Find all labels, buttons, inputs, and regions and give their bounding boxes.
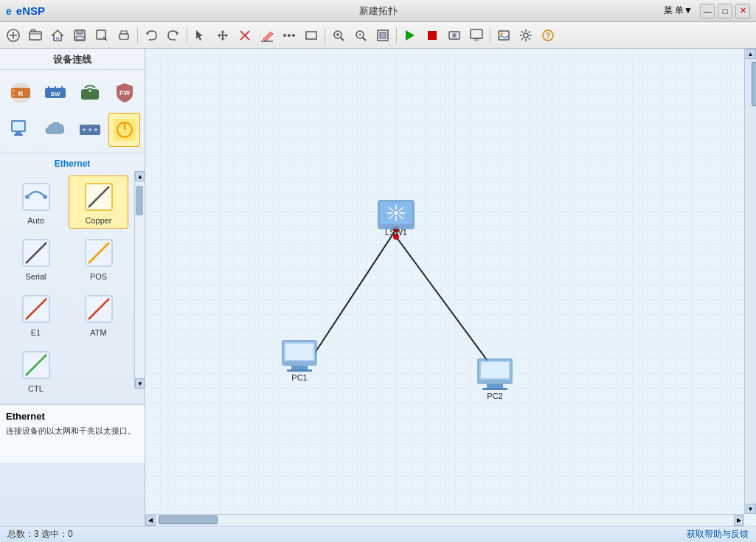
new-topo-button[interactable] — [3, 25, 24, 46]
cable-ctl-icon — [18, 347, 54, 383]
cable-ctl[interactable]: CTL — [6, 344, 66, 397]
svg-line-25 — [363, 38, 366, 41]
eraser-button[interactable] — [257, 25, 277, 46]
cable-e1[interactable]: E1 — [6, 288, 66, 341]
home-button[interactable] — [47, 25, 68, 46]
move-button[interactable] — [212, 25, 233, 46]
svg-rect-96 — [482, 388, 507, 390]
separator5 — [490, 27, 490, 44]
cable-copper-label: Copper — [85, 216, 111, 225]
left-panel: 设备连线 R — [0, 49, 145, 526]
svg-point-86 — [393, 210, 399, 216]
pc2-label: PC2 — [487, 392, 502, 400]
minimize-button[interactable]: — — [700, 4, 715, 18]
svg-rect-90 — [291, 366, 308, 369]
svg-text:R: R — [18, 90, 23, 97]
svg-point-44 — [12, 94, 15, 97]
cable-section: Ethernet — [0, 153, 145, 404]
fit-button[interactable] — [372, 25, 393, 46]
menu-item[interactable]: 菜 单▼ — [661, 3, 696, 18]
topo-map-button[interactable] — [466, 25, 487, 46]
svg-rect-91 — [287, 369, 312, 372]
cable-copper-icon — [81, 179, 117, 215]
zoom-in-button[interactable] — [328, 25, 349, 46]
device-security[interactable]: FW — [108, 76, 140, 110]
device-power-selected[interactable] — [108, 113, 140, 147]
separator4 — [396, 27, 397, 44]
cable-ctl-label: CTL — [28, 384, 44, 393]
canvas-area[interactable]: LSW1 PC1 PC2 — [145, 49, 756, 526]
line-dots-button[interactable] — [279, 25, 299, 46]
svg-point-43 — [12, 89, 15, 92]
svg-marker-28 — [406, 30, 415, 41]
cloud-icon — [42, 117, 69, 143]
svg-point-31 — [452, 33, 457, 38]
save-button[interactable] — [69, 25, 90, 46]
svg-point-65 — [25, 195, 30, 199]
device-wireless[interactable] — [74, 76, 105, 110]
svg-rect-27 — [380, 32, 386, 38]
app-logo: e — [6, 5, 12, 17]
separator3 — [325, 27, 325, 44]
cable-scroll-up[interactable]: ▲ — [135, 171, 145, 181]
canvas-scroll-vertical[interactable]: ▲ ▼ — [744, 49, 756, 514]
cable-auto-icon — [18, 179, 54, 215]
pc-icon — [7, 117, 34, 143]
play-button[interactable] — [400, 25, 420, 46]
svg-rect-89 — [285, 344, 313, 360]
ethernet-section-label: Ethernet — [0, 156, 145, 171]
scroll-h-thumb[interactable] — [159, 515, 218, 524]
undo-button[interactable] — [141, 25, 162, 46]
svg-point-37 — [524, 33, 528, 38]
stop-button[interactable] — [422, 25, 443, 46]
cable-serial[interactable]: Serial — [6, 232, 66, 285]
svg-rect-7 — [77, 30, 83, 34]
window-title: 新建拓扑 — [359, 4, 398, 18]
router-icon: R — [7, 80, 34, 106]
cable-copper[interactable]: Copper — [69, 176, 128, 229]
network-diagram[interactable]: LSW1 PC1 PC2 — [145, 49, 744, 514]
select-button[interactable] — [190, 25, 211, 46]
capture-button[interactable] — [444, 25, 465, 46]
svg-point-51 — [89, 90, 91, 92]
cable-scroll-down[interactable]: ▼ — [135, 378, 145, 389]
save-as-button[interactable] — [91, 25, 112, 46]
svg-rect-18 — [306, 32, 316, 39]
scroll-v-thumb[interactable] — [752, 62, 757, 106]
cable-atm[interactable]: ATM — [69, 288, 128, 341]
device-pc[interactable] — [4, 113, 36, 147]
rect-button[interactable] — [301, 25, 322, 46]
canvas-scroll-horizontal[interactable]: ◀ ▶ — [145, 514, 744, 526]
cable-pos[interactable]: POS — [69, 232, 128, 285]
scroll-left-arrow[interactable]: ◀ — [145, 515, 156, 526]
svg-rect-35 — [499, 31, 509, 40]
svg-rect-8 — [76, 36, 83, 40]
status-total: 总数：3 选中：0 — [7, 528, 73, 541]
help-button[interactable]: ? — [538, 25, 558, 46]
scroll-right-arrow[interactable]: ▶ — [734, 515, 744, 526]
close-button[interactable]: ✕ — [735, 4, 750, 18]
open-file-button[interactable] — [25, 25, 46, 46]
window-controls: — □ ✕ — [700, 4, 750, 18]
image-button[interactable] — [493, 25, 514, 46]
settings-button[interactable] — [516, 25, 536, 46]
help-feedback-link[interactable]: 获取帮助与反馈 — [687, 528, 749, 541]
scroll-h-track[interactable] — [156, 515, 734, 526]
print-button[interactable] — [114, 25, 134, 46]
cable-scroll-area[interactable]: Auto Copper — [0, 171, 134, 401]
redo-button[interactable] — [163, 25, 184, 46]
delete-button[interactable] — [235, 25, 255, 46]
svg-rect-34 — [474, 39, 479, 41]
scroll-up-arrow[interactable]: ▲ — [746, 49, 756, 59]
device-switch[interactable]: SW — [39, 76, 71, 110]
wireless-icon — [77, 80, 103, 106]
device-hub[interactable] — [74, 113, 105, 147]
scroll-down-arrow[interactable]: ▼ — [746, 504, 756, 514]
zoom-out-button[interactable] — [350, 25, 371, 46]
info-panel: Ethernet 连接设备的以太网和千兆以太接口。 — [0, 404, 145, 463]
device-cloud[interactable] — [39, 113, 71, 147]
cable-auto[interactable]: Auto — [6, 176, 66, 229]
maximize-button[interactable]: □ — [718, 4, 732, 18]
status-bar: 总数：3 选中：0 获取帮助与反馈 — [0, 526, 756, 542]
device-router[interactable]: R — [4, 76, 36, 110]
